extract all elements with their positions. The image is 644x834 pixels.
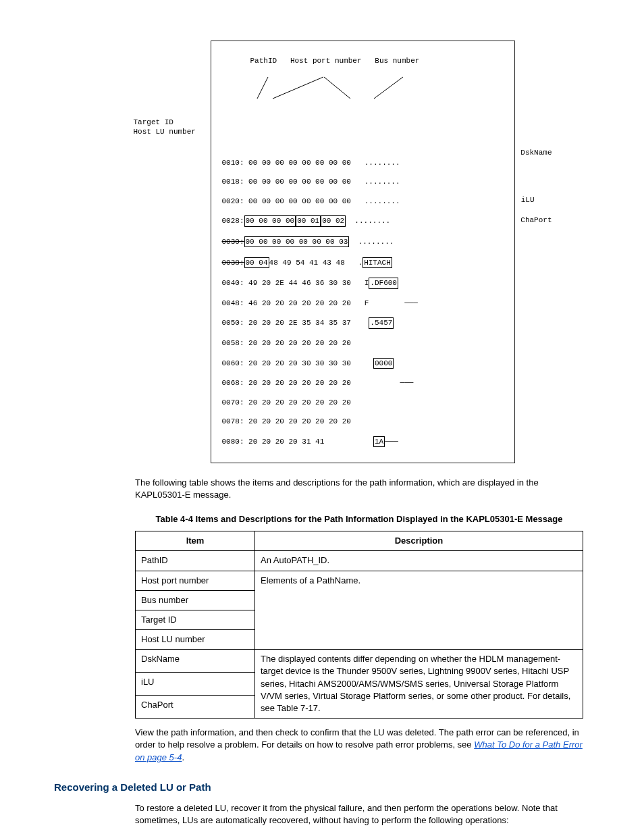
- hex-row: 0040: 49 20 2E 44 46 36 30 30 I.DF600: [222, 278, 504, 288]
- hex-dump-figure: PathID Host port number Bus number Targe…: [211, 41, 515, 463]
- fig-right-dsk: DskName: [520, 148, 552, 157]
- hex-row: 0068: 20 20 20 20 20 20 20 20 ───: [222, 378, 504, 388]
- cell-desc: Elements of a PathName.: [255, 571, 583, 650]
- fig-right-chaport: ChaPort: [520, 215, 552, 225]
- heading-recovering: Recovering a Deleted LU or Path: [54, 780, 590, 794]
- fig-top-labels: PathID Host port number Bus number: [250, 56, 504, 66]
- svg-line-1: [273, 77, 323, 99]
- hex-row: 0038:00 0448 49 54 41 43 48 .HITACH: [222, 257, 504, 268]
- svg-line-0: [257, 77, 268, 99]
- cell-item: PathID: [136, 551, 255, 571]
- hex-row: 0048: 46 20 20 20 20 20 20 20 F ───: [222, 298, 504, 308]
- hex-row: 0080: 20 20 20 20 31 41 1A───: [222, 436, 504, 447]
- svg-line-3: [374, 77, 403, 99]
- fig-left-hostlu: Host LU number: [134, 127, 196, 136]
- col-item: Item: [136, 531, 255, 551]
- hex-row: 0078: 20 20 20 20 20 20 20 20: [222, 417, 504, 426]
- cell-item: Host LU number: [136, 630, 255, 650]
- hex-row: 0060: 20 20 20 20 30 30 30 30 0000: [222, 358, 504, 369]
- table-header-row: Item Description: [136, 531, 583, 551]
- hex-row: 0028:00 00 00 0000 0100 02 ........: [222, 215, 504, 226]
- para-text: .: [182, 752, 184, 762]
- cell-item: iLU: [136, 673, 255, 696]
- table-caption: Table 4-4 Items and Descriptions for the…: [135, 513, 583, 525]
- hex-row: 0018: 00 00 00 00 00 00 00 00 ........: [222, 177, 504, 186]
- cell-item: Host port number: [136, 571, 255, 590]
- cell-desc: The displayed contents differ depending …: [255, 650, 583, 719]
- hex-row: 0010: 00 00 00 00 00 00 00 00 ........: [222, 158, 504, 167]
- cell-item: Target ID: [136, 610, 255, 629]
- intro-paragraph: The following table shows the items and …: [135, 477, 583, 501]
- hex-row: 0050: 20 20 20 2E 35 34 35 37 .5457: [222, 317, 504, 328]
- hex-row: 0070: 20 20 20 20 20 20 20 20: [222, 398, 504, 407]
- hex-row: 0030:00 00 00 00 00 00 00 03 ........: [222, 236, 504, 247]
- fig-right-ilu: iLU: [521, 195, 535, 205]
- table-row: Host port number Elements of a PathName.: [136, 571, 583, 590]
- hex-row: 0020: 00 00 00 00 00 00 00 00 ........: [222, 197, 504, 206]
- col-desc: Description: [255, 531, 583, 551]
- recover-intro: To restore a deleted LU, recover it from…: [135, 802, 583, 827]
- fig-left-target: Target ID: [134, 118, 173, 127]
- post-table-paragraph: View the path information, and then chec…: [135, 727, 583, 764]
- cell-item: DskName: [136, 650, 255, 673]
- table-row: PathID An AutoPATH_ID.: [136, 551, 583, 571]
- cell-item: Bus number: [136, 590, 255, 610]
- path-info-table: Item Description PathID An AutoPATH_ID. …: [135, 531, 583, 719]
- hex-row: 0058: 20 20 20 20 20 20 20 20: [222, 338, 504, 348]
- table-row: DskName The displayed contents differ de…: [136, 650, 583, 673]
- cell-desc: An AutoPATH_ID.: [255, 551, 583, 571]
- cell-item: ChaPort: [136, 696, 255, 719]
- svg-line-2: [324, 77, 350, 99]
